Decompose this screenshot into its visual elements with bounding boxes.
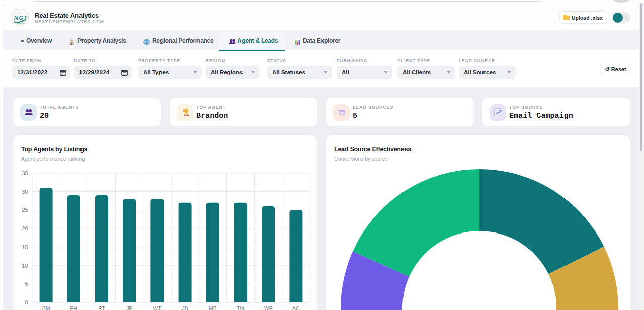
svg-text:30: 30 — [22, 189, 28, 195]
svg-text:PT: PT — [98, 305, 105, 310]
svg-text:20: 20 — [22, 225, 28, 231]
svg-text:WE: WE — [264, 305, 273, 310]
svg-text:JB: JB — [182, 305, 188, 310]
svg-text:EH: EH — [70, 305, 78, 310]
svg-text:BM: BM — [42, 305, 50, 310]
svg-text:10: 10 — [22, 263, 28, 269]
svg-text:5: 5 — [25, 281, 28, 287]
svg-text:TN: TN — [237, 305, 244, 310]
svg-text:WT: WT — [153, 305, 162, 310]
svg-text:MB: MB — [209, 305, 217, 310]
svg-text:25: 25 — [22, 207, 28, 213]
svg-text:JP: JP — [126, 305, 132, 310]
svg-text:AC: AC — [292, 305, 300, 310]
svg-text:15: 15 — [22, 244, 28, 250]
svg-text:35: 35 — [22, 170, 28, 176]
svg-text:0: 0 — [25, 299, 28, 305]
